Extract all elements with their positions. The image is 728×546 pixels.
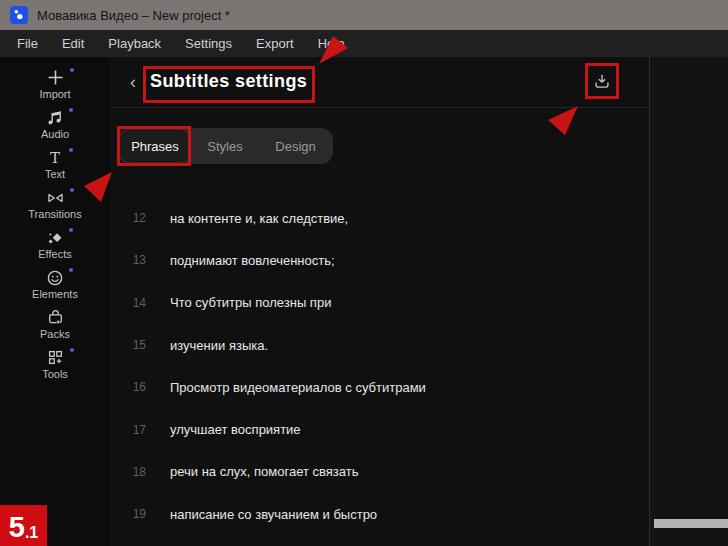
- phrase-text: улучшает восприятие: [170, 422, 301, 437]
- panel-title: Subtitles settings: [150, 71, 307, 92]
- sidebar-item-text[interactable]: T Text: [0, 144, 110, 184]
- subtitles-panel: ‹ Subtitles settings Phrases Styles Desi…: [110, 57, 649, 546]
- subtitle-phrase-row[interactable]: 12 на контенте и, как следствие,: [110, 197, 649, 239]
- sidebar-label: Effects: [38, 248, 71, 260]
- sidebar-label: Packs: [40, 328, 70, 340]
- subtitle-phrase-row[interactable]: 15 изучении языка.: [110, 324, 649, 366]
- menu-playback[interactable]: Playback: [106, 36, 163, 51]
- app-logo-icon: [10, 6, 28, 24]
- sidebar-item-import[interactable]: Import: [0, 64, 110, 104]
- badge-minor: .1: [25, 524, 38, 542]
- svg-text:T: T: [50, 149, 60, 167]
- tab-phrases[interactable]: Phrases: [120, 130, 190, 162]
- titlebar: Мовавика Видео – New project *: [0, 0, 728, 30]
- badge-major: 5: [9, 513, 25, 542]
- sidebar-item-packs[interactable]: Packs: [0, 304, 110, 344]
- sidebar-label: Text: [45, 168, 65, 180]
- sidebar: Import Audio T Text Transitions: [0, 57, 110, 546]
- horizontal-scrollbar-thumb[interactable]: [654, 519, 728, 528]
- tab-label: Phrases: [131, 139, 179, 154]
- sidebar-label: Elements: [32, 288, 78, 300]
- notification-dot: [70, 348, 74, 352]
- shopping-bag-plus-icon: [46, 308, 65, 327]
- phrase-number: 19: [110, 507, 146, 521]
- tabbar: Phrases Styles Design: [118, 128, 333, 164]
- subtitle-phrase-row[interactable]: 14 Что субтитры полезны при: [110, 282, 649, 324]
- notification-dot: [69, 148, 73, 152]
- back-button[interactable]: ‹: [124, 71, 142, 93]
- smiley-icon: [46, 269, 64, 287]
- header-divider: [110, 107, 649, 108]
- export-subtitles-button[interactable]: [589, 68, 615, 94]
- phrase-text: поднимают вовлеченность;: [170, 253, 335, 268]
- download-icon: [592, 71, 612, 91]
- notification-dot: [70, 68, 74, 72]
- notification-dot: [69, 268, 73, 272]
- phrase-number: 14: [110, 296, 146, 310]
- sidebar-item-tools[interactable]: Tools: [0, 344, 110, 384]
- notification-dot: [69, 108, 73, 112]
- tab-label: Styles: [207, 139, 242, 154]
- phrase-text: на контенте и, как следствие,: [170, 211, 348, 226]
- phrase-text: Просмотр видеоматериалов с субтитрами: [170, 380, 426, 395]
- phrase-number: 18: [110, 465, 146, 479]
- sidebar-item-effects[interactable]: Effects: [0, 224, 110, 264]
- menu-help[interactable]: Help: [316, 36, 347, 51]
- phrase-number: 17: [110, 423, 146, 437]
- subtitle-phrase-row[interactable]: 17 улучшает восприятие: [110, 408, 649, 450]
- sidebar-label: Import: [39, 88, 70, 100]
- plus-icon: [46, 68, 65, 87]
- window-title: Мовавика Видео – New project *: [37, 8, 230, 23]
- version-badge: 5 .1: [0, 505, 47, 546]
- preview-panel: [650, 57, 728, 546]
- chevron-left-icon: ‹: [130, 72, 136, 92]
- subtitle-phrase-row[interactable]: 16 Просмотр видеоматериалов с субтитрами: [110, 366, 649, 408]
- subtitle-phrase-row[interactable]: 19 написание со звучанием и быстро: [110, 493, 649, 535]
- sidebar-label: Tools: [42, 368, 68, 380]
- bowtie-icon: [46, 189, 65, 207]
- grid-plus-icon: [46, 348, 65, 367]
- sidebar-item-transitions[interactable]: Transitions: [0, 184, 110, 224]
- phrase-number: 15: [110, 338, 146, 352]
- subtitle-phrase-row[interactable]: 18 речи на слух, помогает связать: [110, 451, 649, 493]
- tab-design[interactable]: Design: [260, 130, 331, 162]
- menubar: File Edit Playback Settings Export Help: [0, 30, 728, 57]
- phrase-number: 12: [110, 211, 146, 225]
- menu-file[interactable]: File: [15, 36, 40, 51]
- text-t-icon: T: [46, 149, 64, 167]
- sidebar-label: Audio: [41, 128, 69, 140]
- menu-export[interactable]: Export: [254, 36, 296, 51]
- notification-dot: [69, 228, 73, 232]
- phrase-number: 13: [110, 253, 146, 267]
- menu-edit[interactable]: Edit: [60, 36, 86, 51]
- sidebar-item-audio[interactable]: Audio: [0, 104, 110, 144]
- phrase-text: речи на слух, помогает связать: [170, 464, 358, 479]
- phrase-text: Что субтитры полезны при: [170, 295, 331, 310]
- tab-styles[interactable]: Styles: [190, 130, 260, 162]
- subtitle-phrase-row[interactable]: 13 поднимают вовлеченность;: [110, 239, 649, 281]
- phrase-text: написание со звучанием и быстро: [170, 507, 377, 522]
- menu-settings[interactable]: Settings: [183, 36, 234, 51]
- phrase-text: изучении языка.: [170, 338, 268, 353]
- sidebar-item-elements[interactable]: Elements: [0, 264, 110, 304]
- phrase-number: 16: [110, 380, 146, 394]
- panel-header: ‹ Subtitles settings: [110, 57, 649, 107]
- music-note-icon: [46, 109, 64, 127]
- sidebar-label: Transitions: [28, 208, 81, 220]
- app-window: Мовавика Видео – New project * File Edit…: [0, 0, 728, 546]
- tab-label: Design: [275, 139, 315, 154]
- phrase-list: 12 на контенте и, как следствие, 13 подн…: [110, 197, 649, 535]
- sparkle-diamond-icon: [46, 229, 64, 247]
- notification-dot: [70, 188, 74, 192]
